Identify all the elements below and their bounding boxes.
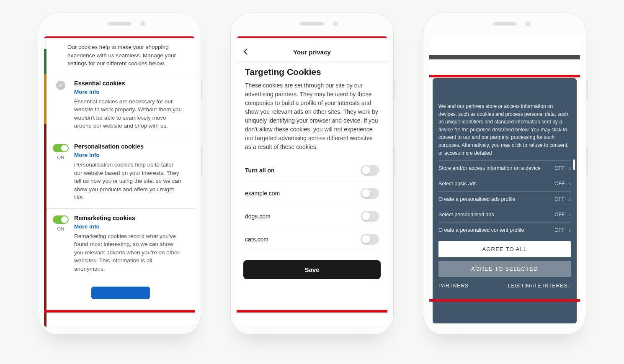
purpose-state: OFF <box>554 196 565 202</box>
phone-mockup-2: Your privacy Targeting Cookies These coo… <box>230 13 394 335</box>
section-title: Essential cookies <box>74 80 183 87</box>
cookie-settings-dialog: Our cookies help to make your shopping e… <box>46 36 195 327</box>
dialog-intro-text: Our cookies help to make your shopping e… <box>46 36 195 74</box>
purpose-list: Store and/or access information on a dev… <box>438 160 571 238</box>
row-label: cats.com <box>245 236 268 243</box>
section-title: Remarketing cookies <box>74 215 183 221</box>
purpose-state: OFF <box>554 181 565 187</box>
section-description: Remarketing cookies record what you've f… <box>74 232 183 273</box>
row-label: Turn all on <box>245 167 275 174</box>
volume-button-icon <box>201 147 202 175</box>
toggle-state-label: ON <box>52 155 69 160</box>
purpose-row[interactable]: Create a personalised content profile OF… <box>438 222 571 238</box>
more-info-link[interactable]: More info <box>74 152 100 158</box>
browser-chrome-bar <box>429 36 580 55</box>
legitimate-interest-link[interactable]: LEGITIMATE INTEREST <box>508 283 571 289</box>
chevron-right-icon: › <box>569 211 571 218</box>
row-label: dogs.com <box>245 213 271 220</box>
page-header-bar <box>429 55 580 59</box>
section-heading: Targeting Cookies <box>245 67 379 77</box>
purpose-row[interactable]: Select personalised ads OFF › <box>438 207 571 222</box>
primary-submit-button[interactable] <box>91 287 150 299</box>
chevron-right-icon: › <box>569 227 571 233</box>
power-button-icon <box>393 80 395 99</box>
partners-link[interactable]: PARTNERS <box>438 283 469 289</box>
cookie-section-essential: Essential cookies More info Essential co… <box>46 74 195 137</box>
toggle-row-all: Turn all on <box>245 159 379 182</box>
purpose-label: Create a personalised ads profile <box>438 196 515 202</box>
purpose-row[interactable]: Select basic ads OFF › <box>438 176 571 191</box>
phone-mockup-3: We and our partners store or access info… <box>423 13 586 335</box>
row-label: example.com <box>245 190 280 197</box>
screen-2: Your privacy Targeting Cookies These coo… <box>237 36 387 327</box>
section-title: Personalisation cookies <box>74 143 183 150</box>
cookie-section-personalisation: ON Personalisation cookies More info Per… <box>46 137 195 208</box>
purpose-state: OFF <box>554 165 565 171</box>
personalisation-toggle[interactable] <box>53 144 69 152</box>
toggle-row: example.com <box>245 182 379 205</box>
purpose-label: Select basic ads <box>438 181 477 187</box>
screen-3: We and our partners store or access info… <box>429 36 580 327</box>
cookie-section-remarketing: ON Remarketing cookies More info Remarke… <box>46 208 195 280</box>
power-button-icon <box>586 80 588 99</box>
save-button[interactable]: Save <box>243 260 381 279</box>
more-info-link[interactable]: More info <box>74 89 100 95</box>
volume-button-icon <box>586 147 588 175</box>
consent-manager-panel: We and our partners store or access info… <box>433 78 577 323</box>
consent-intro-text: We and our partners store or access info… <box>438 103 571 157</box>
agree-to-selected-button[interactable]: AGREE TO SELECTED <box>438 261 571 277</box>
purpose-label: Select personalised ads <box>438 212 494 218</box>
agree-to-all-button[interactable]: AGREE TO ALL <box>438 241 571 257</box>
toggle-state-label: ON <box>52 226 69 231</box>
purpose-row[interactable]: Store and/or access information on a dev… <box>438 160 571 176</box>
vendor-toggle[interactable] <box>361 234 379 245</box>
section-description: Essential cookies are necessary for our … <box>74 97 183 130</box>
vendor-toggle[interactable] <box>361 188 379 199</box>
vendor-toggle[interactable] <box>361 211 379 222</box>
toggle-list: Turn all on example.com dogs.com cats.co… <box>245 159 379 251</box>
more-info-link[interactable]: More info <box>74 223 100 230</box>
power-button-icon <box>201 80 202 99</box>
purpose-label: Store and/or access information on a dev… <box>438 165 541 171</box>
header-title: Your privacy <box>293 49 331 56</box>
chevron-right-icon: › <box>569 180 571 187</box>
modal-header: Your privacy <box>237 42 387 62</box>
turn-all-on-toggle[interactable] <box>361 165 379 176</box>
locked-check-icon <box>56 81 65 90</box>
section-description: Personalisation cookies help us to tailo… <box>74 161 183 202</box>
screen-1: Our cookies help to make your shopping e… <box>44 36 195 327</box>
purpose-state: OFF <box>554 227 565 233</box>
volume-button-icon <box>393 147 395 175</box>
back-icon[interactable] <box>242 47 251 56</box>
chevron-right-icon: › <box>569 165 571 172</box>
toggle-row: cats.com <box>245 228 379 251</box>
section-body-text: These cookies are set through our site b… <box>245 81 379 151</box>
purpose-state: OFF <box>554 212 565 218</box>
purpose-row[interactable]: Create a personalised ads profile OFF › <box>438 191 571 207</box>
remarketing-toggle[interactable] <box>53 215 69 224</box>
toggle-row: dogs.com <box>245 205 379 228</box>
phone-mockup-1: Our cookies help to make your shopping e… <box>38 13 201 335</box>
scrollbar-thumb[interactable] <box>573 159 575 170</box>
chevron-right-icon: › <box>569 196 571 203</box>
purpose-label: Create a personalised content profile <box>438 227 524 233</box>
